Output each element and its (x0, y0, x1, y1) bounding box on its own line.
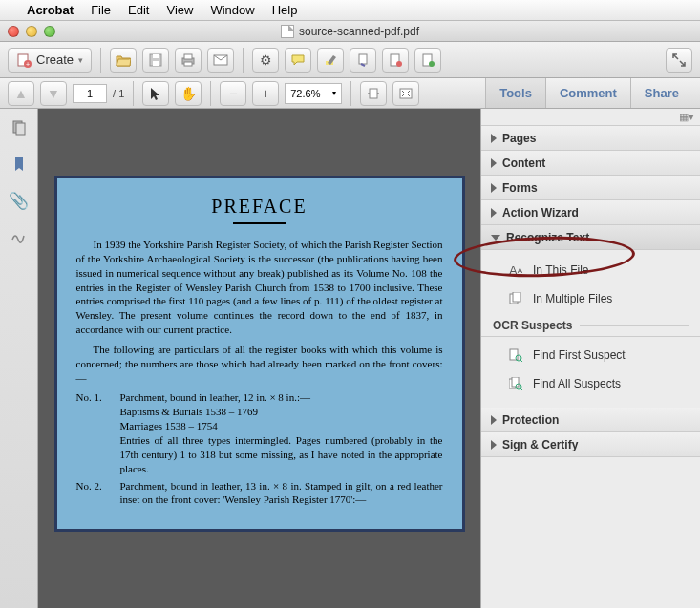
settings-button[interactable]: ⚙ (252, 48, 279, 73)
doc-list-entry: No. 2. Parchment, bound in leather, 13 i… (76, 479, 443, 508)
chevron-right-icon (491, 158, 497, 168)
accordion-pages[interactable]: Pages (481, 126, 700, 151)
sublink-label: In Multiple Files (533, 292, 612, 305)
fit-width-button[interactable] (360, 81, 387, 106)
ocr-suspects-header: OCR Suspects (481, 313, 700, 337)
menu-view[interactable]: View (166, 3, 193, 17)
svg-rect-19 (16, 123, 25, 135)
accordion-label: Content (502, 157, 545, 170)
accordion-label: Forms (502, 181, 538, 195)
doc-heading: PREFACE (76, 194, 443, 220)
mac-menubar: Acrobat File Edit View Window Help (0, 0, 700, 21)
save-button[interactable] (142, 48, 169, 73)
window-title: source-scanned-pdf.pdf (299, 25, 419, 38)
attach-tool-button[interactable] (382, 48, 409, 73)
tools-panel-tab[interactable]: Tools (485, 78, 545, 108)
attachments-panel-button[interactable]: 📎 (10, 191, 29, 210)
chevron-down-icon (491, 235, 500, 241)
zoom-level-select[interactable]: 72.6%▾ (285, 83, 342, 104)
plus-icon: + (262, 86, 269, 101)
tools-panel: ▦▾ Pages Content Forms Action Wizard Rec… (480, 109, 700, 608)
paperclip-icon: 📎 (9, 191, 29, 211)
hand-tool-button[interactable]: ✋ (175, 81, 202, 106)
pages-small-icon (508, 291, 523, 306)
attach-page-icon (389, 53, 402, 67)
sublink-label: In This File (533, 263, 588, 277)
accordion-forms[interactable]: Forms (481, 176, 700, 200)
text-a-icon: AA (508, 262, 523, 278)
gear-icon: ⚙ (260, 52, 272, 68)
svg-rect-17 (400, 89, 412, 98)
svg-rect-4 (153, 61, 159, 66)
thumbnails-panel-button[interactable] (10, 118, 29, 137)
page-up-button[interactable]: ▲ (8, 81, 34, 106)
page-total: / 1 (113, 88, 124, 99)
minus-icon: − (229, 86, 237, 101)
email-button[interactable] (207, 48, 234, 73)
share-tool-button[interactable] (414, 48, 441, 73)
pdf-page: PREFACE In 1939 the Yorkshire Parish Reg… (54, 176, 465, 532)
svg-rect-7 (184, 54, 192, 59)
share-page-icon (421, 53, 435, 67)
signatures-panel-button[interactable] (10, 227, 29, 246)
doc-paragraph: In 1939 the Yorkshire Parish Register So… (76, 238, 443, 337)
select-tool-button[interactable] (142, 81, 169, 106)
accordion-label: Sign & Certify (502, 438, 578, 451)
chevron-right-icon (491, 440, 497, 450)
dropdown-caret-icon: ▾ (78, 55, 83, 65)
save-icon (149, 53, 162, 67)
accordion-label: Action Wizard (502, 206, 579, 220)
app-menu[interactable]: Acrobat (27, 3, 74, 17)
entry-number: No. 2. (76, 479, 120, 508)
highlight-tool-button[interactable] (317, 48, 344, 73)
find-first-suspect-button[interactable]: Find First Suspect (481, 341, 700, 369)
in-multiple-files-button[interactable]: In Multiple Files (481, 284, 700, 313)
doc-paragraph: The following are particulars of all the… (76, 343, 443, 386)
accordion-content[interactable]: Content (481, 151, 700, 176)
chevron-right-icon (491, 415, 497, 425)
in-this-file-button[interactable]: AAIn This File (481, 256, 700, 284)
menu-window[interactable]: Window (210, 3, 254, 17)
accordion-protection[interactable]: Protection (481, 408, 700, 432)
printer-icon (180, 53, 196, 67)
svg-rect-22 (510, 349, 518, 360)
page-number-input[interactable] (73, 84, 107, 103)
bookmarks-panel-button[interactable] (10, 155, 29, 174)
menu-help[interactable]: Help (272, 3, 298, 17)
hand-icon: ✋ (180, 86, 197, 101)
svg-rect-5 (153, 54, 159, 58)
accordion-label: Pages (502, 132, 536, 145)
print-button[interactable] (175, 48, 202, 73)
stamp-tool-button[interactable] (350, 48, 376, 73)
comment-tool-button[interactable] (285, 48, 311, 73)
create-button[interactable]: + Create ▾ (8, 48, 92, 73)
magnifier-page-icon (508, 347, 523, 363)
svg-rect-21 (513, 292, 520, 302)
expand-panel-button[interactable] (666, 48, 692, 73)
comment-panel-tab[interactable]: Comment (545, 78, 630, 108)
svg-point-15 (429, 61, 435, 67)
create-label: Create (36, 52, 74, 67)
accordion-recognize-text[interactable]: Recognize Text (481, 225, 700, 250)
share-panel-tab[interactable]: Share (630, 78, 692, 108)
svg-rect-25 (512, 377, 519, 387)
panel-options-button[interactable]: ▦▾ (481, 109, 700, 126)
svg-rect-16 (370, 89, 377, 98)
accordion-label: Recognize Text (506, 231, 589, 244)
find-all-suspects-button[interactable]: Find All Suspects (481, 369, 700, 398)
page-down-button[interactable]: ▼ (40, 81, 67, 106)
menu-file[interactable]: File (91, 3, 111, 17)
sublink-label: Find All Suspects (533, 377, 621, 390)
fit-page-button[interactable] (392, 81, 419, 106)
menu-edit[interactable]: Edit (128, 3, 149, 17)
cursor-icon (150, 87, 161, 100)
document-viewport[interactable]: PREFACE In 1939 the Yorkshire Parish Reg… (38, 109, 480, 608)
accordion-sign-certify[interactable]: Sign & Certify (481, 432, 700, 457)
entry-number: No. 1. (76, 390, 120, 475)
zoom-in-button[interactable]: + (252, 81, 279, 106)
accordion-action-wizard[interactable]: Action Wizard (481, 200, 700, 225)
open-button[interactable] (110, 48, 137, 73)
zoom-out-button[interactable]: − (220, 81, 246, 106)
accordion-label: Protection (502, 413, 559, 427)
arrow-up-icon: ▲ (14, 86, 28, 101)
